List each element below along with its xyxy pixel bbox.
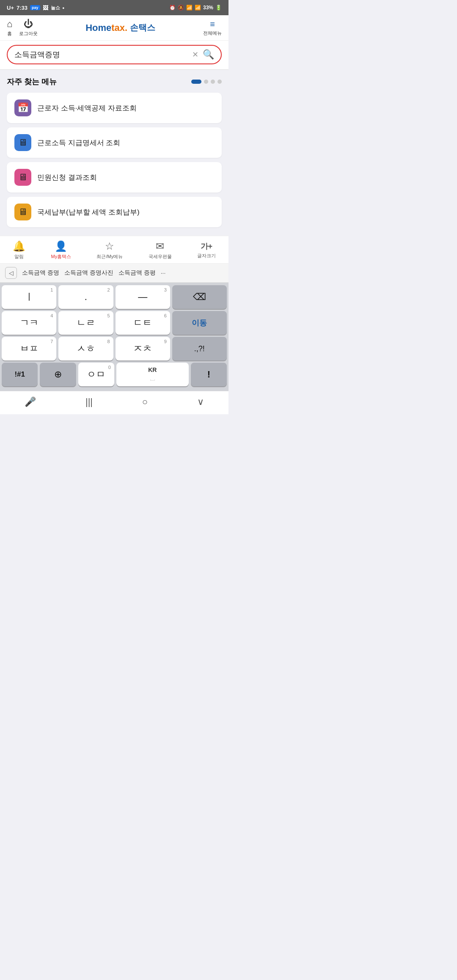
bottom-nav-recent[interactable]: ☆ 최근/My메뉴: [96, 240, 123, 260]
dot-1[interactable]: [191, 80, 201, 84]
suggest-back-button[interactable]: ◁: [5, 267, 17, 279]
recent-label: 최근/My메뉴: [96, 253, 123, 260]
menu-label-3: 민원신청 결과조회: [37, 173, 97, 182]
key-bp[interactable]: 7 ㅂㅍ: [2, 337, 56, 361]
key-punct[interactable]: .,?!: [172, 337, 227, 361]
bottom-nav-alarm[interactable]: 🔔 알림: [13, 240, 25, 260]
pay-badge: pay: [30, 5, 40, 10]
key-space[interactable]: KR⎵: [116, 363, 189, 386]
search-box[interactable]: 소득금액증명 ✕ 🔍: [7, 45, 222, 64]
fontsize-icon: 가+: [201, 241, 213, 251]
keyboard-row-3: 7 ㅂㅍ 8 ㅅㅎ 9 ㅈㅊ .,?!: [2, 337, 227, 361]
temu-icon: 놀쇼: [51, 5, 60, 11]
mail-label: 국세우편물: [149, 253, 172, 260]
menu-label-2: 근로소득 지급명세서 조회: [37, 138, 120, 148]
logo-area: Hometax. 손택스: [44, 22, 196, 33]
freq-header: 자주 찾는 메뉴: [7, 77, 222, 87]
wifi-icon: 📶: [186, 5, 193, 11]
mail-icon: ✉: [156, 240, 164, 252]
menu-label-4: 국세납부(납부할 세액 조회납부): [37, 207, 140, 217]
carrier-label: U+: [7, 5, 14, 11]
keyboard-row-2: 4 ㄱㅋ 5 ㄴㄹ 6 ㄷㅌ 이동: [2, 311, 227, 335]
myhometax-icon: 👤: [55, 240, 67, 252]
dots-indicator: [191, 80, 222, 84]
key-gk[interactable]: 4 ㄱㅋ: [2, 311, 56, 335]
dot-icon: •: [63, 5, 65, 11]
system-nav-bar: 🎤 ||| ○ ∨: [0, 391, 228, 414]
suggest-item-2[interactable]: 소득금액 증명사진: [64, 269, 113, 277]
bottom-nav-fontsize[interactable]: 가+ 글자크기: [197, 241, 216, 259]
bottom-nav-mail[interactable]: ✉ 국세우편물: [149, 240, 172, 260]
top-nav: ⌂ 홈 ⏻ 로그아웃 Hometax. 손택스 ≡ 전체메뉴: [0, 15, 228, 41]
key-hash1[interactable]: !#1: [2, 363, 38, 386]
alarm-nav-icon: 🔔: [13, 240, 25, 252]
suggestion-bar: ◁ 소득금액 증명 소득금액 증명사진 소득금액 증평 ···: [0, 264, 228, 283]
keyboard-row-4: !#1 ⊕ 0 ㅇㅁ KR⎵ !: [2, 363, 227, 386]
all-menu-nav-item[interactable]: ≡ 전체메뉴: [203, 19, 222, 36]
menu-item-1[interactable]: 📅 근로자 소득·세액공제 자료조회: [7, 93, 222, 123]
key-globe[interactable]: ⊕: [40, 363, 76, 386]
key-jc[interactable]: 9 ㅈㅊ: [116, 337, 170, 361]
fontsize-label: 글자크기: [197, 253, 216, 259]
back-button[interactable]: ∨: [197, 396, 204, 407]
key-dot[interactable]: 2 .: [58, 285, 113, 309]
home-nav-item[interactable]: ⌂ 홈: [7, 19, 12, 37]
myhometax-label: My홈택스: [51, 253, 71, 260]
time-label: 7:33: [17, 5, 28, 11]
keyboard: 1 ㅣ 2 . 3 — ⌫ 4 ㄱㅋ 5 ㄴㄹ 6 ㄷㅌ 이동: [0, 283, 228, 391]
signal-icon: 📶: [195, 5, 201, 11]
dot-3[interactable]: [211, 80, 215, 84]
battery-icon: 🔋: [215, 5, 222, 11]
menu-item-4[interactable]: 🖥 국세납부(납부할 세액 조회납부): [7, 197, 222, 227]
suggest-item-3[interactable]: 소득금액 증평: [118, 269, 156, 277]
battery-label: 33%: [203, 5, 213, 11]
key-sh[interactable]: 8 ㅅㅎ: [58, 337, 113, 361]
bottom-nav: 🔔 알림 👤 My홈택스 ☆ 최근/My메뉴 ✉ 국세우편물 가+ 글자크기: [0, 236, 228, 264]
menu-item-3[interactable]: 🖥 민원신청 결과조회: [7, 162, 222, 193]
key-backspace[interactable]: ⌫: [172, 285, 227, 309]
logout-label: 로그아웃: [19, 30, 38, 37]
freq-title: 자주 찾는 메뉴: [7, 77, 57, 87]
mic-button[interactable]: 🎤: [25, 396, 36, 407]
search-submit-button[interactable]: 🔍: [203, 49, 214, 60]
keyboard-row-1: 1 ㅣ 2 . 3 — ⌫: [2, 285, 227, 309]
search-clear-button[interactable]: ✕: [192, 50, 198, 59]
status-bar: U+ 7:33 pay 🖼 놀쇼 • ⏰ 🔕 📶 📶 33% 🔋: [0, 0, 228, 15]
recent-apps-button[interactable]: |||: [85, 396, 93, 407]
home-label: 홈: [7, 30, 12, 37]
menu-icon-3: 🖥: [14, 169, 31, 186]
bottom-nav-myhometax[interactable]: 👤 My홈택스: [51, 240, 71, 260]
key-i[interactable]: 1 ㅣ: [2, 285, 56, 309]
logout-icon: ⏻: [24, 19, 33, 30]
menu-icon-4: 🖥: [14, 204, 31, 220]
suggest-more-button[interactable]: ···: [161, 270, 166, 276]
key-move[interactable]: 이동: [172, 311, 227, 335]
recent-icon: ☆: [105, 240, 114, 252]
menu-label-1: 근로자 소득·세액공제 자료조회: [37, 103, 137, 113]
key-nl[interactable]: 5 ㄴㄹ: [58, 311, 113, 335]
search-input-value[interactable]: 소득금액증명: [14, 50, 192, 60]
gallery-icon: 🖼: [43, 5, 48, 11]
mute-icon: 🔕: [178, 5, 184, 11]
menu-icon-2: 🖥: [14, 134, 31, 151]
menu-item-2[interactable]: 🖥 근로소득 지급명세서 조회: [7, 127, 222, 158]
key-dash[interactable]: 3 —: [116, 285, 170, 309]
home-button[interactable]: ○: [142, 396, 148, 407]
suggest-item-1[interactable]: 소득금액 증명: [22, 269, 59, 277]
dot-2[interactable]: [204, 80, 208, 84]
key-exclaim[interactable]: !: [191, 363, 227, 386]
hamburger-icon: ≡: [210, 19, 215, 29]
key-om[interactable]: 0 ㅇㅁ: [78, 363, 114, 386]
dot-4[interactable]: [217, 80, 222, 84]
status-left: U+ 7:33 pay 🖼 놀쇼 •: [7, 5, 64, 11]
home-icon: ⌂: [7, 19, 12, 30]
all-menu-label: 전체메뉴: [203, 30, 222, 36]
frequent-menu-section: 자주 찾는 메뉴 📅 근로자 소득·세액공제 자료조회 🖥 근로소득 지급명세서…: [0, 70, 228, 236]
logout-nav-item[interactable]: ⏻ 로그아웃: [19, 19, 38, 37]
menu-icon-1: 📅: [14, 99, 31, 116]
key-dt[interactable]: 6 ㄷㅌ: [116, 311, 170, 335]
alarm-nav-label: 알림: [14, 253, 24, 260]
alarm-icon: ⏰: [169, 5, 176, 11]
logo-subtitle: 손택스: [130, 22, 155, 33]
search-area: 소득금액증명 ✕ 🔍: [0, 41, 228, 69]
